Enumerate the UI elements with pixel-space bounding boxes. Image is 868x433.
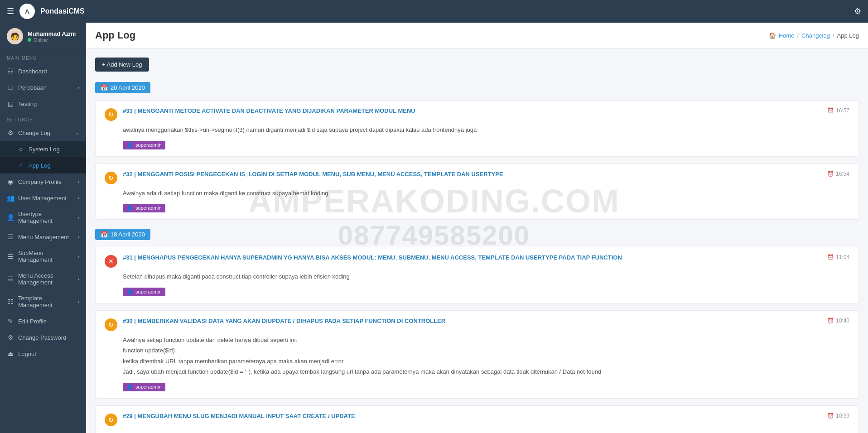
log-icon-32: ↻ xyxy=(105,172,117,184)
sidebar-label-changelog: Change Log xyxy=(18,130,71,136)
page-title: App Log xyxy=(95,29,135,41)
chevron-down-icon: ⌄ xyxy=(75,130,79,136)
sidebar-item-dashboard[interactable]: ☷ Dashboard xyxy=(0,63,86,79)
layout: 🧑 Muhammad Azmi Online MAIN MENU ☷ Dashb… xyxy=(0,23,868,433)
usertypemgmt-icon: 👤 xyxy=(7,214,14,221)
log-body-31: Setelah dihapus maka diganti pada constr… xyxy=(123,272,849,281)
sidebar-item-changelog[interactable]: ⚙ Change Log ⌄ xyxy=(0,125,86,141)
dashboard-icon: ☷ xyxy=(7,67,14,75)
settings-icon[interactable]: ⚙ xyxy=(854,6,861,16)
sidebar-label-companyprofile: Company Profile xyxy=(18,178,73,185)
systemlog-icon: ○ xyxy=(17,145,24,153)
top-navbar: ☰ A PondasiCMS ⚙ xyxy=(0,0,868,23)
add-log-button[interactable]: + Add New Log xyxy=(95,58,149,72)
sidebar-item-submenumgmt[interactable]: ☰ SubMenu Management › xyxy=(0,245,86,268)
settings-label: SETTINGS xyxy=(0,112,86,125)
log-entry-31-header: ✕ #31 | MENGHAPUS PENGECEKAN HANYA SUPER… xyxy=(105,254,849,268)
sidebar-label-menumgmt: Menu Management xyxy=(18,234,73,241)
breadcrumb-parent-link[interactable]: Changelog xyxy=(801,32,830,39)
breadcrumb-current: App Log xyxy=(837,32,859,39)
sidebar-item-systemlog[interactable]: ○ System Log xyxy=(0,141,86,157)
sidebar-label-logout: Logout xyxy=(18,351,79,357)
sidebar-item-applog[interactable]: ○ App Log xyxy=(0,157,86,173)
log-entry-29: ↻ #29 | MENGUBAH MENU SLUG MENJADI MANUA… xyxy=(95,405,859,433)
log-tag-30: 👤 superadmin xyxy=(123,383,165,391)
sidebar-item-templatemgmt[interactable]: ☷ Template Management › xyxy=(0,290,86,313)
tag-icon-33: 👤 xyxy=(126,142,133,148)
log-title-32: #32 | MENGGANTI POSISI PENGECEKAN IS_LOG… xyxy=(123,171,822,178)
sidebar-item-changepassword[interactable]: ⚙ Change Password xyxy=(0,329,86,346)
breadcrumb-home-link[interactable]: Home xyxy=(779,32,795,39)
sidebar-label-systemlog: System Log xyxy=(29,146,79,153)
log-title-31: #31 | MENGHAPUS PENGECEKAN HANYA SUPERAD… xyxy=(123,254,822,261)
sidebar-item-testing[interactable]: ▤ Testing xyxy=(0,96,86,112)
applog-icon: ○ xyxy=(17,162,24,169)
editprofile-icon: ✎ xyxy=(7,318,14,325)
sidebar-item-companyprofile[interactable]: ◉ Company Profile › xyxy=(0,173,86,190)
tag-icon-30: 👤 xyxy=(126,384,133,390)
sidebar-item-usermgmt[interactable]: 👥 User Management › xyxy=(0,190,86,206)
log-icon-30: ↻ xyxy=(105,318,117,331)
sidebar-item-logout[interactable]: ⏏ Logout xyxy=(0,346,86,362)
log-icon-29: ↻ xyxy=(105,414,117,426)
date-badge-0: 📅 20 April 2020 xyxy=(95,82,150,93)
log-group-2: ↻ #29 | MENGUBAH MENU SLUG MENJADI MANUA… xyxy=(95,405,859,433)
content-area: + Add New Log 📅 20 April 2020 ↻ #33 | ME… xyxy=(86,48,868,433)
log-group-0: 📅 20 April 2020 ↻ #33 | MENGGANTI METODE… xyxy=(95,80,859,220)
log-entry-31: ✕ #31 | MENGHAPUS PENGECEKAN HANYA SUPER… xyxy=(95,247,859,303)
navbar-left: ☰ A PondasiCMS xyxy=(7,4,85,19)
log-time-29: ⏰ 10:39 xyxy=(827,413,849,419)
log-group-1: 📅 18 April 2020 ✕ #31 | MENGHAPUS PENGEC… xyxy=(95,226,859,399)
tag-icon-32: 👤 xyxy=(126,205,133,211)
user-section: 🧑 Muhammad Azmi Online xyxy=(0,23,86,50)
clock-icon-33: ⏰ xyxy=(827,107,834,114)
chevron-right-icon3: › xyxy=(77,195,79,201)
usermgmt-icon: 👥 xyxy=(7,194,14,202)
sidebar-label-changepassword: Change Password xyxy=(18,334,79,341)
breadcrumb: 🏠 Home / Changelog / App Log xyxy=(769,32,859,39)
chevron-right-icon6: › xyxy=(77,254,79,259)
calendar-icon-0: 📅 xyxy=(101,84,108,91)
log-body-32: Awalnya ada di setiap function maka diga… xyxy=(123,189,849,198)
log-tag-32: 👤 superadmin xyxy=(123,204,165,212)
chevron-right-icon2: › xyxy=(77,179,79,184)
clock-icon-31: ⏰ xyxy=(827,254,834,260)
navbar-right: ⚙ xyxy=(854,6,861,16)
sidebar-label-usermgmt: User Management xyxy=(18,195,73,202)
chevron-right-icon8: › xyxy=(77,299,79,304)
log-entry-29-header: ↻ #29 | MENGUBAH MENU SLUG MENJADI MANUA… xyxy=(105,413,849,426)
logout-icon: ⏏ xyxy=(7,350,14,357)
sidebar-item-menuaccess[interactable]: ☰ Menu Access Management › xyxy=(0,268,86,290)
breadcrumb-home-icon: 🏠 xyxy=(769,32,776,39)
sidebar-label-percobaan: Percobaan xyxy=(18,84,73,91)
testing-icon: ▤ xyxy=(7,100,14,107)
breadcrumb-sep2: / xyxy=(833,32,834,39)
sidebar-item-usertypemgmt[interactable]: 👤 Usertype Management › xyxy=(0,206,86,229)
sidebar-item-percobaan[interactable]: □ Percobaan › xyxy=(0,79,86,96)
brand-name: PondasiCMS xyxy=(40,7,85,15)
tag-icon-31: 👤 xyxy=(126,289,133,294)
sidebar-item-menumgmt[interactable]: ☰ Menu Management › xyxy=(0,229,86,245)
chevron-right-icon: › xyxy=(77,85,79,90)
page-header: App Log 🏠 Home / Changelog / App Log xyxy=(86,23,868,48)
sidebar-label-templatemgmt: Template Management xyxy=(18,295,73,308)
changelog-submenu: ○ System Log ○ App Log xyxy=(0,141,86,173)
log-time-33: ⏰ 16:57 xyxy=(827,107,849,114)
log-entry-32: ↻ #32 | MENGGANTI POSISI PENGECEKAN IS_L… xyxy=(95,164,859,220)
sidebar-label-menuaccess: Menu Access Management xyxy=(18,272,73,286)
sidebar-item-editprofile[interactable]: ✎ Edit Profile xyxy=(0,313,86,329)
chevron-right-icon4: › xyxy=(77,215,79,220)
log-entry-33: ↻ #33 | MENGGANTI METODE ACTIVATE DAN DE… xyxy=(95,100,859,157)
user-info: Muhammad Azmi Online xyxy=(28,30,76,43)
menumgmt-icon: ☰ xyxy=(7,233,14,241)
log-title-29: #29 | MENGUBAH MENU SLUG MENJADI MANUAL … xyxy=(123,413,822,419)
log-tag-31: 👤 superadmin xyxy=(123,288,165,296)
log-time-30: ⏰ 10:40 xyxy=(827,318,849,324)
sidebar-label-applog: App Log xyxy=(29,162,79,169)
changelog-icon: ⚙ xyxy=(7,129,14,136)
sidebar-label-testing: Testing xyxy=(18,101,79,107)
log-entry-33-header: ↻ #33 | MENGGANTI METODE ACTIVATE DAN DE… xyxy=(105,107,849,121)
hamburger-icon[interactable]: ☰ xyxy=(7,6,14,16)
clock-icon-29: ⏰ xyxy=(827,413,834,419)
main-content: App Log 🏠 Home / Changelog / App Log + A… xyxy=(86,23,868,433)
